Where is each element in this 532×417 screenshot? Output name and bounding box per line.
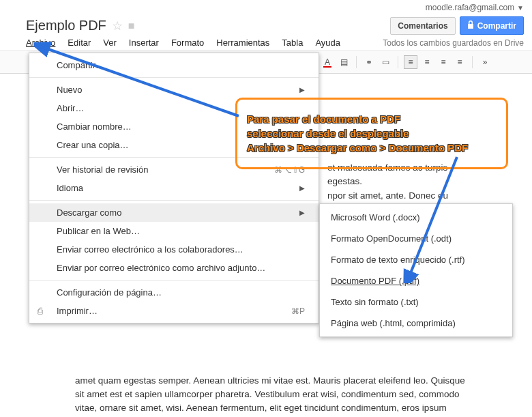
share-button[interactable]: Compartir	[460, 16, 524, 35]
body-paragraph: amet quam egestas semper. Aenean ultrici…	[75, 374, 471, 418]
account-email[interactable]: moodle.rafa@gmail.com	[426, 3, 514, 12]
highlight-icon[interactable]: ▤	[337, 55, 351, 69]
link-icon[interactable]: ⚭	[362, 55, 376, 69]
comment-icon[interactable]: ▭	[379, 55, 392, 69]
mi-enviar-adjunto[interactable]: Enviar por correo electrónico como archi…	[29, 259, 319, 277]
align-center-icon[interactable]: ≡	[420, 55, 434, 69]
star-icon[interactable]: ☆	[112, 18, 123, 33]
account-bar: moodle.rafa@gmail.com ▼	[0, 0, 532, 14]
lock-icon	[467, 20, 474, 31]
chevron-right-icon: ▶	[299, 86, 305, 94]
print-icon: ⎙	[38, 306, 43, 316]
annotation-arrow-2	[375, 154, 477, 283]
comments-button[interactable]: Comentarios	[390, 17, 455, 35]
text-color-icon[interactable]: A	[321, 55, 334, 69]
chevron-down-icon[interactable]: ▼	[517, 4, 524, 12]
smi-txt[interactable]: Texto sin formato (.txt)	[320, 291, 512, 313]
mi-idioma[interactable]: Idioma▶	[29, 179, 319, 197]
chevron-right-icon: ▶	[299, 209, 305, 216]
header: Ejemplo PDF ☆ ■ Comentarios Compartir	[0, 14, 532, 36]
save-status: Todos los cambios guardados en Drive	[383, 38, 524, 48]
menu-tabla[interactable]: Tabla	[282, 38, 303, 48]
annotation-arrow-1	[34, 41, 246, 123]
svg-line-0	[44, 48, 239, 116]
document-title[interactable]: Ejemplo PDF	[26, 18, 106, 33]
mi-config-pagina[interactable]: Configuración de página…	[29, 283, 319, 302]
chevron-right-icon: ▶	[299, 184, 305, 192]
svg-line-1	[409, 157, 457, 276]
align-left-icon[interactable]: ≡	[404, 55, 417, 69]
more-icon[interactable]: »	[478, 55, 492, 69]
mi-descargar-como[interactable]: Descargar como▶	[29, 203, 319, 222]
smi-html[interactable]: Página web (.html, comprimida)	[320, 313, 512, 334]
folder-icon[interactable]: ■	[128, 20, 135, 32]
mi-imprimir[interactable]: ⎙Imprimir…⌘P	[29, 302, 319, 320]
align-justify-icon[interactable]: ≡	[453, 55, 467, 69]
align-right-icon[interactable]: ≡	[437, 55, 450, 69]
mi-enviar-colab[interactable]: Enviar correo electrónico a los colabora…	[29, 240, 319, 259]
menu-ayuda[interactable]: Ayuda	[315, 38, 340, 48]
mi-publicar[interactable]: Publicar en la Web…	[29, 222, 319, 240]
